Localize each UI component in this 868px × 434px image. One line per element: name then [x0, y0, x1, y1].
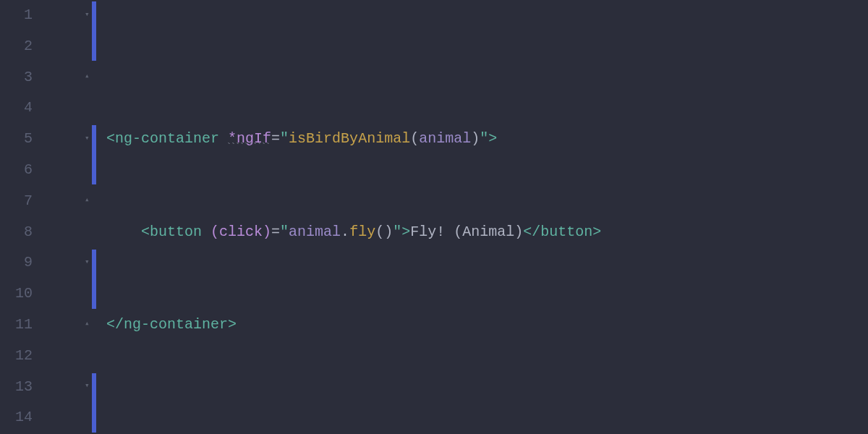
line-number: 7 — [0, 186, 33, 217]
fold-toggle-icon[interactable]: ▾ — [85, 10, 93, 19]
line-number: 13 — [0, 372, 33, 403]
line-number: 9 — [0, 247, 33, 278]
fold-end-icon: ▴ — [85, 72, 93, 80]
fold-column: ▾ ▴ ▾ ▴ ▾ ▴ ▾ — [40, 0, 98, 434]
line-number-gutter: 1 2 3 4 5 6 7 8 9 10 11 12 13 14 — [0, 0, 40, 434]
line-number: 11 — [0, 310, 33, 341]
fold-toggle-icon[interactable]: ▾ — [85, 258, 93, 266]
line-number: 2 — [0, 31, 33, 62]
fold-end-icon: ▴ — [85, 319, 93, 328]
line-number: 12 — [0, 341, 33, 372]
code-line: <button (click)="animal.fly()">Fly! (Ani… — [98, 217, 868, 248]
line-number: 6 — [0, 155, 33, 186]
line-number: 14 — [0, 402, 33, 433]
line-number: 8 — [0, 217, 33, 248]
fold-toggle-icon[interactable]: ▾ — [85, 381, 93, 390]
line-number: 5 — [0, 124, 33, 155]
fold-end-icon: ▴ — [85, 195, 93, 204]
code-editor: 1 2 3 4 5 6 7 8 9 10 11 12 13 14 ▾ ▴ ▾ ▴… — [0, 0, 868, 434]
line-number: 3 — [0, 62, 33, 93]
fold-toggle-icon[interactable]: ▾ — [85, 134, 93, 142]
code-line: </ng-container> — [98, 310, 868, 341]
line-number: 1 — [0, 0, 33, 31]
line-number: 10 — [0, 278, 33, 310]
line-number: 4 — [0, 93, 33, 124]
code-area[interactable]: <ng-container *ngIf="isBirdByAnimal(anim… — [98, 0, 868, 434]
code-line: <ng-container *ngIf="isBirdByAnimal(anim… — [98, 124, 868, 155]
